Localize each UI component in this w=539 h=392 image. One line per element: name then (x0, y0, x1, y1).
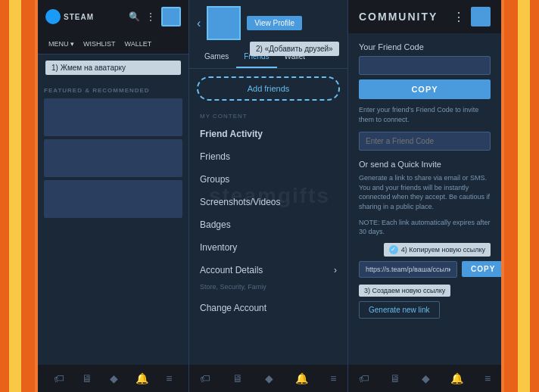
steam-logo-text: STEAM (64, 13, 94, 21)
community-footer-bell-icon[interactable]: 🔔 (450, 372, 463, 384)
menu-item-friend-activity[interactable]: Friend Activity (189, 123, 347, 145)
nav-menu[interactable]: MENU ▾ (44, 39, 79, 49)
quick-invite-link-input[interactable] (359, 261, 457, 278)
account-label: Account Details (200, 265, 263, 275)
main-container: STEAM 🔍 ⋮ MENU ▾ WISHLIST WALLET 1) Жмем… (38, 0, 501, 392)
menu-item-badges[interactable]: Badges (189, 213, 347, 236)
avatar[interactable] (161, 7, 181, 26)
account-arrow: › (334, 265, 337, 275)
gift-left-decoration (0, 0, 38, 392)
tooltip-add-friends: 2) «Добавить друзей» (250, 42, 339, 56)
menu-item-groups[interactable]: Groups (189, 168, 347, 191)
quick-invite-desc: Generate a link to share via email or SM… (359, 173, 491, 211)
menu-item-change-account[interactable]: Change Account (189, 297, 347, 319)
community-panel: COMMUNITY ⋮ Your Friend Code COPY Enter … (348, 0, 501, 392)
featured-items (44, 98, 182, 218)
community-footer-menu-icon[interactable]: ≡ (484, 372, 491, 384)
overlay-footer-bell-icon[interactable]: 🔔 (295, 372, 308, 384)
back-button[interactable]: ‹ (197, 17, 201, 30)
overlay-footer-diamond-icon[interactable]: ◆ (265, 372, 273, 384)
overlay-footer-display-icon[interactable]: 🖥 (232, 372, 243, 384)
featured-item-1 (44, 98, 182, 136)
friend-overlay: ‹ View Profile 2) «Добавить друзей» Game… (189, 0, 348, 392)
footer-bell-icon[interactable]: 🔔 (136, 372, 148, 384)
gift-right-decoration (501, 0, 539, 392)
copy-link-button[interactable]: COPY (462, 261, 501, 277)
add-friends-button[interactable]: Add friends (197, 76, 340, 101)
tooltip-copy-link: ✓ 4) Копируем новую ссылку (384, 243, 491, 257)
community-dots-icon[interactable]: ⋮ (453, 10, 465, 24)
my-content-label: MY CONTENT (189, 113, 347, 120)
featured-item-3 (44, 180, 182, 218)
community-footer-diamond-icon[interactable]: ◆ (422, 372, 430, 384)
footer-diamond-icon[interactable]: ◆ (110, 372, 118, 384)
profile-avatar (207, 6, 241, 40)
community-footer-tag-icon[interactable]: 🏷 (359, 372, 369, 384)
gift-ribbon-right (518, 0, 530, 392)
overlay-header: ‹ View Profile (189, 0, 347, 46)
overlay-footer: 🏷 🖥 ◆ 🔔 ≡ (189, 365, 347, 392)
tab-games[interactable]: Games (197, 46, 236, 68)
copy-friend-code-button[interactable]: COPY (359, 79, 491, 99)
menu-list: Friend Activity Friends Groups Screensho… (189, 123, 347, 319)
nav-wallet[interactable]: WALLET (120, 39, 157, 49)
community-header: COMMUNITY ⋮ (348, 0, 501, 33)
steam-footer: 🏷 🖥 ◆ 🔔 ≡ (38, 365, 188, 392)
search-icon[interactable]: 🔍 (129, 11, 140, 22)
steam-logo: STEAM (45, 9, 94, 24)
quick-invite-label: Or send a Quick Invite (359, 160, 491, 169)
community-content: Your Friend Code COPY Enter your friend'… (348, 33, 501, 365)
tooltip4-text: 4) Копируем новую ссылку (401, 246, 485, 254)
community-footer: 🏷 🖥 ◆ 🔔 ≡ (348, 365, 501, 392)
steam-icon (45, 9, 61, 24)
overlay-footer-menu-icon[interactable]: ≡ (330, 372, 336, 384)
invite-note: Enter your friend's Friend Code to invit… (359, 105, 491, 124)
tooltip-avatar: 1) Жмем на аватарку (45, 61, 181, 75)
featured-label: FEATURED & RECOMMENDED (44, 87, 182, 94)
overlay-footer-tag-icon[interactable]: 🏷 (200, 372, 210, 384)
community-header-right: ⋮ (453, 7, 491, 26)
note-expires: NOTE: Each link automatically expires af… (359, 218, 491, 237)
featured-item-2 (44, 139, 182, 177)
community-footer-display-icon[interactable]: 🖥 (390, 372, 400, 384)
enter-friend-code-input[interactable] (359, 132, 491, 151)
steam-header-icons: 🔍 ⋮ (129, 7, 181, 26)
friend-code-input[interactable] (359, 56, 491, 75)
footer-display-icon[interactable]: 🖥 (82, 372, 92, 384)
footer-menu-icon[interactable]: ≡ (166, 372, 172, 384)
gift-ribbon-left (9, 0, 21, 392)
menu-item-account[interactable]: Account Details › (189, 259, 347, 282)
friend-code-label: Your Friend Code (359, 42, 491, 51)
footer-tag-icon[interactable]: 🏷 (54, 372, 64, 384)
more-icon[interactable]: ⋮ (146, 11, 155, 22)
tooltip-generate-link: 3) Создаем новую ссылку (359, 285, 450, 297)
check-icon: ✓ (389, 245, 398, 254)
steam-panel: STEAM 🔍 ⋮ MENU ▾ WISHLIST WALLET 1) Жмем… (38, 0, 189, 392)
community-avatar (471, 7, 491, 26)
menu-item-screenshots[interactable]: Screenshots/Videos (189, 191, 347, 213)
generate-new-link-button[interactable]: Generate new link (359, 301, 440, 319)
menu-item-account-sub: Store, Security, Famiy (189, 282, 347, 297)
community-title: COMMUNITY (359, 11, 438, 23)
nav-wishlist[interactable]: WISHLIST (79, 39, 120, 49)
menu-item-inventory[interactable]: Inventory (189, 236, 347, 259)
steam-header: STEAM 🔍 ⋮ (38, 0, 188, 33)
view-profile-button[interactable]: View Profile (247, 16, 302, 30)
steam-nav: MENU ▾ WISHLIST WALLET (38, 33, 188, 54)
menu-item-friends[interactable]: Friends (189, 145, 347, 168)
steam-content: FEATURED & RECOMMENDED (38, 81, 188, 365)
link-row: COPY (359, 261, 491, 278)
